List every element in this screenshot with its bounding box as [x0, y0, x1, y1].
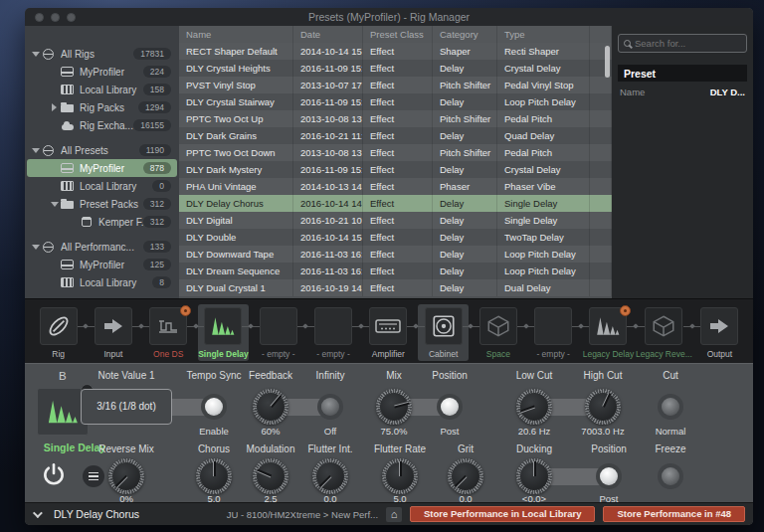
table-row[interactable]: PHA Uni Vintage2014-10-13 14:...EffectPh… [179, 178, 612, 195]
sidebar-item-myprofiler[interactable]: MyProfiler878 [27, 159, 177, 177]
table-row[interactable]: DLY Crystal Stairway2016-11-09 15:...Eff… [179, 93, 612, 110]
table-row[interactable]: PPTC Two Oct Down2013-10-08 13...EffectP… [179, 144, 612, 161]
sidebar-item-rig-excha-[interactable]: Rig Excha...16155 [27, 116, 177, 134]
chain-slot-rig[interactable]: Rig [31, 303, 86, 363]
table-row[interactable]: DLY Delay Chorus2016-10-14 14:...EffectD… [179, 195, 612, 212]
sidebar-item-label: MyProfiler [80, 67, 143, 78]
table-row[interactable]: DLY Dream Sequence2016-11-03 16:...Effec… [179, 263, 612, 279]
valuebox-note-value-1[interactable]: 3/16 (1/8 dot) [81, 389, 172, 425]
knob-grit[interactable] [448, 458, 483, 494]
column-header-name[interactable]: Name [179, 26, 293, 43]
knob-flutter-int-[interactable] [312, 458, 348, 494]
column-header-date[interactable]: Date [293, 26, 363, 43]
column-header-type[interactable]: Type [497, 26, 590, 43]
knob-ducking[interactable] [516, 458, 552, 494]
table-row[interactable]: DLY Double2016-10-14 15:...EffectDelayTw… [179, 229, 612, 246]
home-button[interactable]: ⌂ [386, 507, 402, 522]
table-row[interactable]: DLY Dual Crystal 12016-10-19 14:...Effec… [179, 279, 612, 296]
knob-modulation[interactable] [253, 458, 288, 494]
column-header-preset-class[interactable]: Preset Class [363, 26, 433, 43]
toggle-position[interactable] [600, 467, 618, 485]
lock-badge-icon [620, 305, 631, 316]
empty-slot-icon [534, 307, 572, 345]
sidebar-item-rig-packs[interactable]: Rig Packs1294 [27, 98, 177, 116]
param-value-low-cut: 20.6 Hz [518, 426, 551, 437]
knob-chorus[interactable] [196, 458, 232, 494]
toggle-infinity[interactable] [321, 398, 339, 416]
chain-slot-label: - empty - [316, 349, 350, 359]
knob-flutter-rate[interactable] [382, 458, 418, 494]
amplifier-slot-icon [369, 307, 407, 345]
toggle-position[interactable] [441, 398, 459, 416]
table-row[interactable]: DLY Digital2016-10-21 10:...EffectDelayS… [179, 212, 612, 229]
chain-connector [683, 326, 701, 327]
title-bar[interactable]: Presets (MyProfiler) - Rig Manager [25, 8, 753, 26]
globe-icon [41, 49, 56, 60]
toggle-freeze[interactable] [662, 467, 679, 485]
lib-icon [60, 85, 75, 94]
chain-slot-output[interactable]: Output [692, 303, 747, 363]
chain-slot--empty-[interactable]: - empty - [526, 303, 581, 363]
chain-slot-single-delay[interactable]: Single Delay [196, 303, 251, 363]
module-menu-button[interactable] [83, 465, 104, 487]
sidebar-item-all-rigs[interactable]: All Rigs17831 [27, 45, 177, 63]
chevron-down-icon[interactable] [33, 508, 43, 518]
chain-slot-input[interactable]: Input [86, 303, 140, 363]
power-button[interactable] [41, 461, 67, 487]
table-row[interactable]: DLY Crystal Heights2016-11-09 15:...Effe… [179, 60, 612, 77]
disclosure-right-icon[interactable] [49, 103, 60, 111]
store-local-library-button[interactable]: Store Performance in Local Library [410, 506, 595, 522]
toggle-cut[interactable] [662, 398, 679, 416]
chain-slot-legacy-reve-[interactable]: Legacy Reve... [636, 303, 692, 363]
table-row[interactable]: DLY Dark Mystery2016-11-09 15:...EffectD… [179, 161, 612, 178]
table-row[interactable]: PPTC Two Oct Up2013-10-08 13...EffectPit… [179, 110, 612, 127]
inspector-section-title: Preset [618, 65, 747, 82]
disclosure-down-icon[interactable] [49, 202, 60, 207]
sidebar-item-myprofiler[interactable]: MyProfiler125 [27, 256, 177, 273]
column-header-category[interactable]: Category [433, 26, 497, 43]
store-slot-button[interactable]: Store Performance in #48 [603, 506, 745, 522]
knob-feedback[interactable] [253, 389, 288, 425]
knob-mix[interactable] [376, 389, 412, 425]
sidebar-item-kemper-f-[interactable]: Kemper F...312 [27, 213, 177, 231]
table-cell: DLY Crystal Heights [179, 60, 293, 77]
table-row[interactable]: DLY Dark Grains2016-10-21 11:...EffectDe… [179, 127, 612, 144]
sidebar-item-preset-packs[interactable]: Preset Packs312 [27, 195, 177, 213]
table-row[interactable]: RECT Shaper Default2014-10-14 15:...Effe… [179, 43, 612, 60]
sidebar-item-local-library[interactable]: Local Library0 [27, 177, 177, 195]
count-badge: 16155 [133, 119, 171, 131]
knob-high-cut[interactable] [585, 389, 621, 425]
table-cell: Loop Pitch Delay [497, 93, 590, 110]
toggle-tempo-sync[interactable] [205, 398, 223, 416]
chain-slot-label: Space [486, 349, 510, 359]
delay-wave-icon [46, 399, 80, 425]
knob-reverse-mix[interactable] [108, 458, 144, 494]
param-value-cut: Normal [656, 426, 686, 437]
chain-slot-cabinet[interactable]: Cabinet [416, 303, 471, 363]
knob-low-cut[interactable] [516, 389, 552, 425]
table-scrollbar-thumb[interactable] [605, 46, 610, 78]
search-box[interactable] [618, 34, 747, 53]
table-cell: 2016-11-03 16:... [293, 263, 363, 279]
disclosure-down-icon[interactable] [30, 245, 41, 250]
sidebar-item-local-library[interactable]: Local Library8 [27, 273, 177, 291]
chain-slot-space[interactable]: Space [471, 303, 525, 363]
sidebar-item-local-library[interactable]: Local Library158 [27, 81, 177, 98]
chain-slot-one-ds[interactable]: One DS [141, 303, 196, 363]
chain-slot--empty-[interactable]: - empty - [305, 303, 360, 363]
sidebar-item-myprofiler[interactable]: MyProfiler224 [27, 63, 177, 81]
disclosure-down-icon[interactable] [30, 52, 41, 57]
chain-slot-legacy-delay[interactable]: Legacy Delay [581, 303, 636, 363]
count-badge: 224 [143, 66, 171, 78]
table-row[interactable]: PVST Vinyl Stop2013-10-07 17:...EffectPi… [179, 77, 612, 93]
table-row[interactable]: DLY Downward Tape2016-11-03 16:...Effect… [179, 246, 612, 263]
cube-slot-icon [645, 307, 682, 345]
chain-slot-amplifier[interactable]: Amplifier [361, 303, 416, 363]
chain-slot--empty-[interactable]: - empty - [251, 303, 305, 363]
sidebar-item-all-performanc-[interactable]: All Performanc...133 [27, 238, 177, 256]
table-cell: Delay [433, 263, 497, 279]
search-input[interactable] [635, 38, 741, 49]
delay-slot-icon [204, 307, 242, 345]
disclosure-down-icon[interactable] [30, 148, 41, 153]
sidebar-item-all-presets[interactable]: All Presets1190 [27, 141, 177, 159]
